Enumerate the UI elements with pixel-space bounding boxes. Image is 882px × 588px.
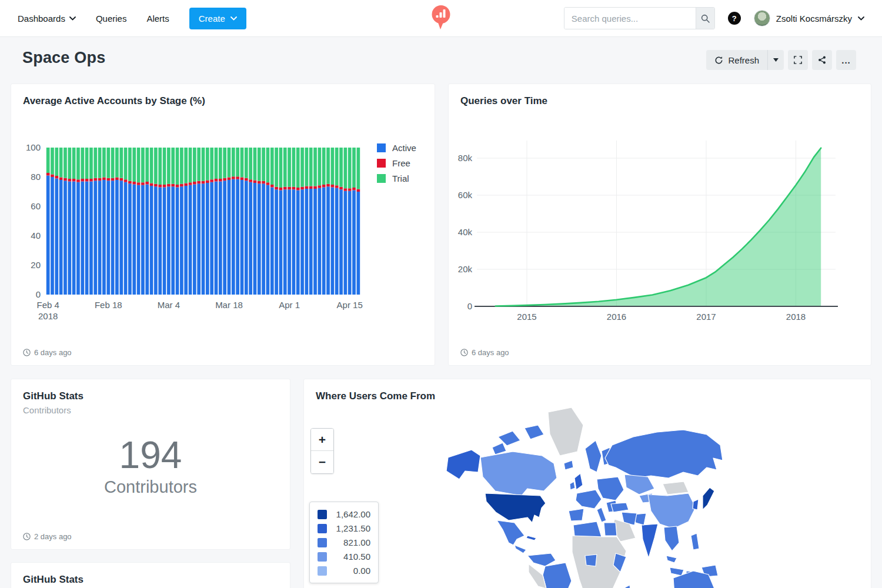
svg-text:Mar 4: Mar 4: [158, 300, 180, 310]
zoom-in-button[interactable]: +: [311, 429, 333, 451]
panel-subtitle: Contributors: [23, 405, 71, 415]
create-button[interactable]: Create: [189, 8, 246, 29]
refresh-dropdown-button[interactable]: [767, 50, 784, 70]
clock-icon: [460, 349, 468, 356]
map-legend-swatch: [318, 538, 327, 547]
counter-label: Contributors: [11, 477, 290, 497]
legend-swatch: [377, 159, 386, 168]
ellipsis-icon: ...: [841, 55, 851, 65]
map-legend-swatch: [318, 552, 327, 562]
svg-text:60: 60: [31, 201, 41, 211]
panel-title: GitHub Stats: [23, 390, 83, 402]
panel-queries-over-time: Queries over Time 2015201620172018020k40…: [448, 83, 871, 366]
updated-at: 6 days ago: [472, 348, 509, 357]
search-button[interactable]: [696, 8, 714, 29]
map-legend: 1,642.001,231.50821.00410.500.00: [309, 502, 379, 583]
svg-text:Feb 4: Feb 4: [36, 300, 59, 310]
clock-icon: [23, 349, 31, 356]
chevron-down-icon: [858, 16, 864, 21]
svg-text:Apr 1: Apr 1: [279, 300, 300, 310]
redash-logo-icon: [432, 5, 451, 31]
world-choropleth-map[interactable]: [439, 402, 733, 588]
share-button[interactable]: [812, 50, 832, 70]
map-legend-value: 1,231.50: [332, 523, 370, 533]
svg-text:40: 40: [31, 230, 41, 240]
svg-text:Apr 15: Apr 15: [337, 300, 363, 310]
redash-logo[interactable]: [432, 5, 451, 31]
nav-queries[interactable]: Queries: [96, 14, 127, 24]
map-zoom-controls: + −: [310, 428, 334, 474]
map-legend-value: 821.00: [332, 537, 370, 547]
dashboard-toolbar: Refresh ...: [706, 50, 856, 70]
refresh-icon: [714, 56, 723, 65]
caret-down-icon: [773, 58, 779, 62]
area-chart[interactable]: 2015201620172018020k40k60k80k: [449, 84, 872, 366]
panel-github-stats: GitHub Stats Contributors 194 Contributo…: [11, 379, 290, 550]
page-title: Space Ops: [22, 49, 105, 67]
panel-github-stats-2: GitHub Stats: [11, 562, 290, 588]
fullscreen-button[interactable]: [788, 50, 808, 70]
clock-icon: [23, 533, 31, 540]
legend-item[interactable]: Free: [377, 158, 416, 168]
updated-at: 6 days ago: [34, 348, 72, 357]
legend-item[interactable]: Trial: [377, 173, 416, 183]
svg-text:80k: 80k: [458, 153, 473, 163]
legend-label: Active: [392, 143, 416, 153]
avatar: [754, 10, 770, 26]
svg-text:2017: 2017: [696, 312, 716, 322]
counter: 194 Contributors: [11, 436, 290, 497]
map-legend-value: 0.00: [332, 566, 370, 576]
panel-footer: 2 days ago: [23, 532, 72, 541]
map-legend-item: 821.00: [318, 537, 370, 547]
map-legend-value: 410.50: [332, 552, 370, 562]
refresh-button[interactable]: Refresh: [706, 50, 767, 70]
panel-where-users-come-from: Where Users Come From + − 1,642.001,231.…: [303, 379, 871, 588]
panel-title: GitHub Stats: [23, 574, 83, 586]
more-button[interactable]: ...: [836, 50, 856, 70]
fullscreen-icon: [794, 56, 802, 64]
map-legend-item: 410.50: [318, 552, 370, 562]
zoom-out-button[interactable]: −: [311, 451, 333, 473]
chart-legend: ActiveFreeTrial: [377, 143, 416, 183]
svg-text:2016: 2016: [607, 312, 626, 322]
svg-text:0: 0: [36, 289, 41, 299]
svg-text:2015: 2015: [517, 312, 536, 322]
user-menu[interactable]: Zsolti Kocsmárszky: [754, 10, 864, 26]
help-icon[interactable]: ?: [728, 12, 741, 25]
map-legend-item: 0.00: [318, 566, 370, 576]
legend-label: Free: [392, 158, 410, 168]
search-icon: [701, 14, 710, 23]
panel-accounts-by-stage: Average Active Accounts by Stage (%) 020…: [11, 83, 435, 366]
top-nav: Dashboards Queries Alerts Create: [0, 0, 882, 37]
panel-footer: 6 days ago: [23, 348, 72, 357]
map-legend-swatch: [318, 566, 327, 576]
map-legend-value: 1,642.00: [332, 509, 370, 519]
svg-text:0: 0: [467, 301, 472, 311]
panel-footer: 6 days ago: [460, 348, 509, 357]
chevron-down-icon: [230, 16, 237, 21]
svg-text:2018: 2018: [38, 311, 58, 321]
svg-text:60k: 60k: [458, 190, 473, 200]
legend-swatch: [377, 174, 386, 183]
legend-item[interactable]: Active: [377, 143, 416, 153]
svg-text:Mar 18: Mar 18: [215, 300, 243, 310]
stacked-bar-chart[interactable]: 020406080100Feb 42018Feb 18Mar 4Mar 18Ap…: [11, 84, 436, 366]
search-box: [564, 7, 715, 29]
map-legend-item: 1,231.50: [318, 523, 370, 533]
dashboard-main: Space Ops Refresh: [0, 37, 882, 588]
svg-text:20: 20: [31, 260, 41, 270]
legend-swatch: [377, 143, 386, 152]
user-name: Zsolti Kocsmárszky: [776, 14, 852, 24]
share-icon: [818, 56, 826, 64]
legend-label: Trial: [392, 173, 409, 183]
nav-alerts[interactable]: Alerts: [146, 14, 169, 24]
svg-text:80: 80: [31, 172, 41, 182]
nav-dashboards[interactable]: Dashboards: [18, 14, 76, 24]
svg-text:2018: 2018: [786, 312, 806, 322]
svg-text:100: 100: [26, 142, 41, 152]
search-input[interactable]: [564, 8, 696, 29]
counter-value: 194: [11, 436, 290, 475]
map-legend-swatch: [318, 510, 327, 519]
panel-title: Where Users Come From: [316, 390, 435, 402]
svg-text:Feb 18: Feb 18: [95, 300, 122, 310]
